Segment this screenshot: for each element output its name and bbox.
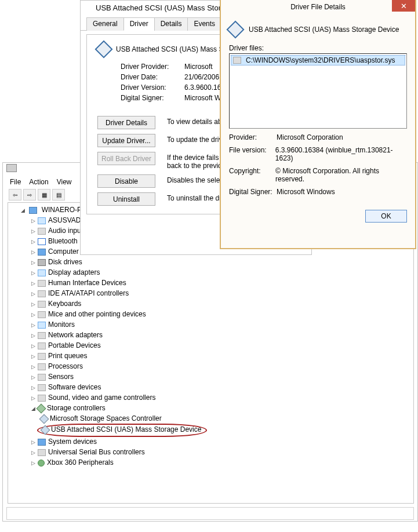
collapse-icon[interactable]: ◢ — [30, 404, 37, 414]
provider-value: Microsoft — [184, 63, 213, 71]
monitor-icon — [38, 322, 46, 329]
device-type-icon — [94, 40, 112, 58]
expand-icon[interactable]: ▷ — [30, 448, 37, 458]
meta-signer-label: Digital Signer: — [229, 188, 277, 196]
expand-icon[interactable]: ▷ — [30, 383, 37, 393]
expand-icon[interactable]: ▷ — [30, 373, 37, 382]
tab-general[interactable]: General — [86, 17, 124, 31]
menu-action[interactable]: Action — [29, 178, 48, 186]
file-icon — [233, 57, 241, 64]
tab-driver[interactable]: Driver — [123, 17, 155, 31]
expand-icon[interactable]: ▷ — [30, 341, 37, 351]
storage-icon — [37, 403, 46, 413]
tree-node[interactable]: ▷Network adapters — [30, 330, 412, 341]
update-driver-button[interactable]: Update Driver... — [97, 134, 155, 147]
tree-node[interactable]: ▷Human Interface Devices — [30, 278, 412, 289]
processor-icon — [38, 363, 46, 370]
hid-icon — [38, 280, 46, 287]
tree-node[interactable]: ▷Display adapters — [30, 268, 412, 278]
expand-icon[interactable]: ▷ — [30, 300, 37, 309]
expand-icon[interactable]: ▷ — [30, 227, 37, 236]
tree-node[interactable]: ▷Processors — [30, 362, 412, 372]
tree-node[interactable]: ▷IDE ATA/ATAPI controllers — [30, 289, 412, 299]
date-value: 21/06/2006 — [184, 73, 219, 81]
properties-icon[interactable]: ▤ — [52, 189, 65, 201]
usb-icon — [38, 449, 46, 456]
network-icon — [38, 332, 46, 339]
expand-icon[interactable]: ▷ — [30, 247, 37, 257]
date-label: Driver Date: — [121, 73, 184, 81]
version-label: Driver Version: — [121, 83, 184, 92]
collapse-icon[interactable]: ◢ — [20, 206, 26, 216]
tree-node[interactable]: ▷Keyboards — [30, 299, 412, 309]
details-titlebar[interactable]: Driver File Details ✕ — [221, 0, 415, 14]
tree-node[interactable]: ▷Print queues — [30, 351, 412, 362]
tree-node[interactable]: ▷Portable Devices — [30, 341, 412, 351]
tab-details[interactable]: Details — [154, 17, 188, 31]
keyboard-icon — [38, 301, 46, 308]
bluetooth-icon — [38, 238, 46, 245]
device-type-icon — [226, 20, 244, 38]
portable-icon — [38, 342, 46, 349]
tree-node[interactable]: ▷Disk drives — [30, 257, 412, 268]
tree-node[interactable]: ▷Xbox 360 Peripherals — [30, 458, 412, 468]
tree-node[interactable]: ▷System devices — [30, 437, 412, 447]
expand-icon[interactable]: ▷ — [30, 438, 37, 447]
meta-version-value: 6.3.9600.16384 (winblue_rtm.130821-1623) — [275, 146, 407, 162]
audio-icon — [38, 228, 46, 235]
provider-label: Driver Provider: — [121, 63, 184, 71]
menu-file[interactable]: File — [10, 178, 21, 186]
driver-file-path: C:\WINDOWS\system32\DRIVERS\uaspstor.sys — [246, 56, 395, 64]
tree-node[interactable]: ▷Mice and other pointing devices — [30, 309, 412, 320]
expand-icon[interactable]: ▷ — [30, 458, 37, 468]
expand-icon[interactable]: ▷ — [30, 352, 37, 362]
tree-node-storage[interactable]: ◢Storage controllers Microsoft Storage S… — [30, 403, 412, 437]
sensor-icon — [38, 374, 46, 381]
expand-icon[interactable]: ▷ — [30, 258, 37, 268]
toolbar: ⇦ ⇨ ▦ ▤ — [5, 187, 68, 202]
disable-button[interactable]: Disable — [97, 174, 155, 188]
expand-icon[interactable]: ▷ — [30, 279, 37, 289]
forward-icon[interactable]: ⇨ — [23, 189, 36, 201]
expand-icon[interactable]: ▷ — [30, 216, 37, 226]
mouse-icon — [38, 311, 46, 318]
tree-node[interactable]: ▷Software devices — [30, 382, 412, 393]
tree-node[interactable]: ▷Sensors — [30, 372, 412, 382]
meta-provider-label: Provider: — [229, 133, 277, 141]
tree-node[interactable]: ▷Monitors — [30, 320, 412, 330]
back-icon[interactable]: ⇦ — [9, 189, 21, 201]
device-name: USB Attached SCSI (UAS) Mass Sto — [116, 45, 229, 53]
expand-icon[interactable]: ▷ — [30, 310, 37, 320]
driver-file-details-window: Driver File Details ✕ USB Attached SCSI … — [220, 0, 416, 249]
computer-category-icon — [38, 249, 46, 256]
rollback-driver-button: Roll Back Driver — [97, 152, 155, 165]
expand-icon[interactable]: ▷ — [30, 320, 37, 330]
computer-icon — [29, 207, 37, 214]
tree-leaf-highlighted[interactable]: USB Attached SCSI (UAS) Mass Storage Dev… — [41, 424, 412, 437]
controller-icon — [41, 425, 50, 435]
show-hide-icon[interactable]: ▦ — [38, 189, 50, 201]
signer-label: Digital Signer: — [121, 94, 184, 102]
tree-node[interactable]: ▷Sound, video and game controllers — [30, 393, 412, 403]
ok-button[interactable]: OK — [365, 210, 407, 223]
uninstall-button[interactable]: Uninstall — [97, 192, 155, 206]
expand-icon[interactable]: ▷ — [30, 331, 37, 341]
expand-icon[interactable]: ▷ — [30, 237, 37, 247]
software-icon — [38, 384, 46, 391]
close-button[interactable]: ✕ — [392, 0, 415, 12]
driver-files-list[interactable]: C:\WINDOWS\system32\DRIVERS\uaspstor.sys — [229, 53, 407, 129]
expand-icon[interactable]: ▷ — [30, 268, 37, 278]
expand-icon[interactable]: ▷ — [30, 289, 37, 299]
driver-files-label: Driver files: — [229, 44, 407, 52]
tree-leaf[interactable]: Microsoft Storage Spaces Controller — [41, 414, 412, 424]
device-icon — [38, 217, 46, 224]
menu-view[interactable]: View — [57, 178, 72, 186]
meta-version-label: File version: — [229, 146, 275, 162]
expand-icon[interactable]: ▷ — [30, 362, 37, 372]
driver-details-button[interactable]: Driver Details — [97, 116, 155, 129]
expand-icon[interactable]: ▷ — [30, 393, 37, 403]
tab-events[interactable]: Events — [187, 17, 221, 31]
tree-node[interactable]: ▷Universal Serial Bus controllers — [30, 447, 412, 458]
printer-category-icon — [38, 353, 46, 360]
driver-file-item[interactable]: C:\WINDOWS\system32\DRIVERS\uaspstor.sys — [231, 55, 405, 65]
